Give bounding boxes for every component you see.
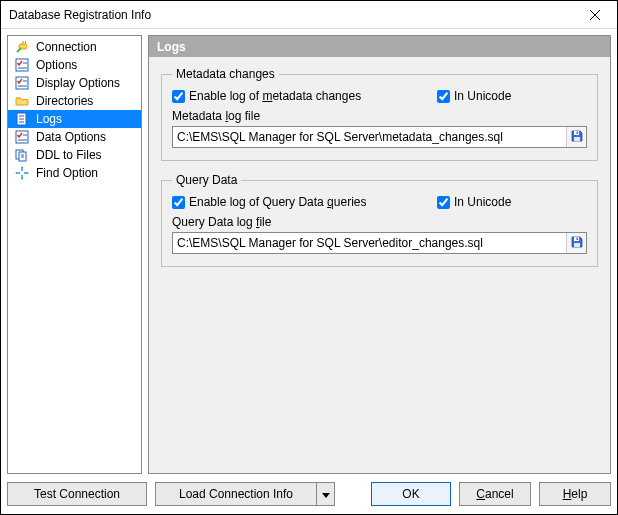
nav-item-data-options[interactable]: Data Options (8, 128, 141, 146)
nav-label: Logs (36, 112, 62, 126)
checkbox-query-unicode[interactable]: In Unicode (437, 195, 511, 209)
checkbox-metadata-unicode[interactable]: In Unicode (437, 89, 511, 103)
main-panel: Logs Metadata changes Enable log of meta… (148, 35, 611, 474)
metadata-file-browse-button[interactable] (566, 127, 586, 147)
panel-body: Metadata changes Enable log of metadata … (148, 57, 611, 474)
checkbox-enable-query-log[interactable]: Enable log of Query Data queries (172, 195, 407, 209)
checklist-icon (14, 57, 30, 73)
title-bar: Database Registration Info (1, 1, 617, 29)
checkbox-enable-metadata-log[interactable]: Enable log of metadata changes (172, 89, 407, 103)
svg-rect-36 (576, 237, 578, 240)
ok-button[interactable]: OK (371, 482, 451, 506)
metadata-file-label: Metadata log file (172, 109, 587, 123)
nav-item-ddl-to-files[interactable]: DDL to Files (8, 146, 141, 164)
svg-rect-6 (16, 59, 28, 71)
checkbox-input[interactable] (437, 196, 450, 209)
checkbox-label: In Unicode (454, 195, 511, 209)
button-bar: Test Connection Load Connection Info OK … (1, 476, 617, 514)
svg-rect-32 (574, 137, 580, 141)
svg-marker-37 (322, 493, 330, 498)
checklist-icon (14, 75, 30, 91)
log-icon (14, 111, 30, 127)
load-connection-dropdown[interactable] (317, 482, 335, 506)
nav-item-find-option[interactable]: Find Option (8, 164, 141, 182)
ddl-files-icon (14, 147, 30, 163)
nav-label: Data Options (36, 130, 106, 144)
nav-label: Find Option (36, 166, 98, 180)
metadata-file-input-wrap (172, 126, 587, 148)
load-connection-button[interactable]: Load Connection Info (155, 482, 317, 506)
group-metadata-changes: Metadata changes Enable log of metadata … (161, 67, 598, 161)
checkbox-label: Enable log of metadata changes (189, 89, 361, 103)
query-file-input-wrap (172, 232, 587, 254)
window-title: Database Registration Info (9, 8, 151, 22)
query-file-label: Query Data log file (172, 215, 587, 229)
metadata-file-input[interactable] (173, 127, 566, 147)
floppy-icon (570, 235, 584, 252)
checkbox-input[interactable] (172, 196, 185, 209)
svg-rect-35 (574, 243, 580, 247)
svg-rect-33 (576, 131, 578, 134)
svg-rect-9 (16, 77, 28, 89)
content-area: Connection Options (1, 29, 617, 476)
group-legend: Metadata changes (172, 67, 279, 81)
nav-tree: Connection Options (7, 35, 142, 474)
query-file-browse-button[interactable] (566, 233, 586, 253)
close-button[interactable] (572, 1, 617, 28)
query-file-input[interactable] (173, 233, 566, 253)
test-connection-button[interactable]: Test Connection (7, 482, 147, 506)
dialog-window: Database Registration Info Co (0, 0, 618, 515)
chevron-down-icon (322, 487, 330, 501)
cancel-button[interactable]: Cancel (459, 482, 531, 506)
checkbox-input[interactable] (172, 90, 185, 103)
nav-item-options[interactable]: Options (8, 56, 141, 74)
checkbox-input[interactable] (437, 90, 450, 103)
help-button[interactable]: Help (539, 482, 611, 506)
checkbox-label: Enable log of Query Data queries (189, 195, 366, 209)
nav-item-connection[interactable]: Connection (8, 38, 141, 56)
nav-label: Directories (36, 94, 93, 108)
nav-label: Options (36, 58, 77, 72)
floppy-icon (570, 129, 584, 146)
nav-label: DDL to Files (36, 148, 102, 162)
find-icon (14, 165, 30, 181)
nav-item-directories[interactable]: Directories (8, 92, 141, 110)
svg-rect-16 (16, 131, 28, 143)
nav-item-display-options[interactable]: Display Options (8, 74, 141, 92)
group-query-data: Query Data Enable log of Query Data quer… (161, 173, 598, 267)
checklist-icon (14, 129, 30, 145)
group-legend: Query Data (172, 173, 241, 187)
nav-label: Connection (36, 40, 97, 54)
checkbox-label: In Unicode (454, 89, 511, 103)
folder-icon (14, 93, 30, 109)
nav-item-logs[interactable]: Logs (8, 110, 141, 128)
load-connection-splitbutton: Load Connection Info (155, 482, 335, 506)
panel-title: Logs (148, 35, 611, 57)
svg-line-5 (17, 48, 21, 52)
nav-label: Display Options (36, 76, 120, 90)
plug-icon (14, 39, 30, 55)
